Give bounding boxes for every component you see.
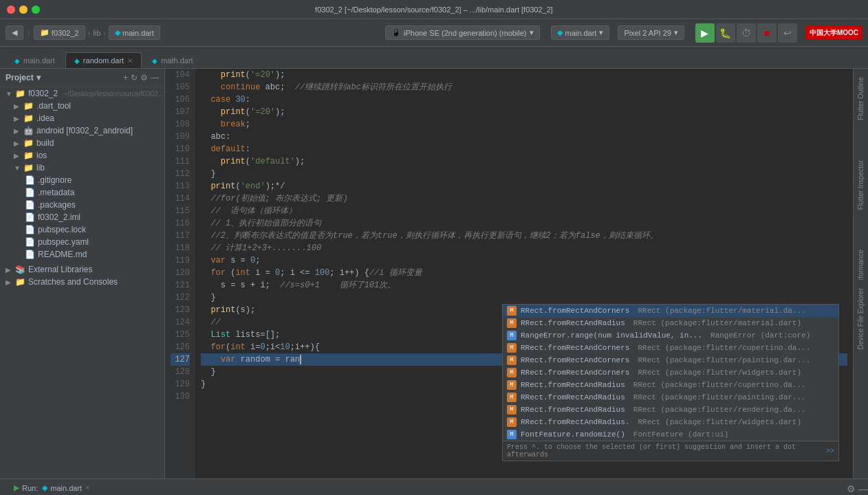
tree-label-metadata: .metadata (38, 188, 74, 197)
tree-item-packages[interactable]: 📄 .packages (0, 199, 164, 211)
code-line-109: abc: (201, 131, 847, 143)
code-line-111: print('default'); (201, 155, 847, 168)
code-line-113: print('end');*/ (201, 180, 847, 192)
flutter-selector[interactable]: ◆ main.dart ▾ (551, 25, 610, 40)
tree-item-build[interactable]: ▶ 📁 build (0, 137, 164, 149)
tree-item-ios[interactable]: ▶ 📁 ios (0, 149, 164, 162)
project-label: f0302_2 (52, 29, 79, 37)
collapse-panel-icon[interactable]: — (858, 483, 868, 494)
code-line-119: var s = 0; (201, 254, 847, 267)
debug-button[interactable]: 🐛 (716, 23, 735, 43)
ac-main-2: RangeError.range(num invalidValue, in... (521, 331, 702, 340)
ac-item-0[interactable]: M RRect.fromRectAndCorners RRect (packag… (503, 305, 838, 317)
ac-item-10[interactable]: M FontFeature.randomize() FontFeature (d… (503, 428, 838, 441)
tab-random-dart[interactable]: ◆ random.dart ✕ (65, 52, 142, 68)
tab-math-dart[interactable]: ◆ math.dart (143, 52, 202, 68)
ac-item-6[interactable]: M RRect.fromRectAndRadius RRect (package… (503, 379, 838, 391)
sync-icon[interactable]: ↻ (131, 73, 138, 82)
device-selector[interactable]: 📱 iPhone SE (2nd generation) (mobile) ▾ (385, 25, 540, 40)
stop-button[interactable]: ■ (757, 23, 777, 43)
profile-button[interactable]: ⏱ (737, 23, 756, 43)
tree-item-metadata[interactable]: 📄 .metadata (0, 186, 164, 199)
folder-icon-idea: 📁 (23, 113, 34, 123)
dart-icon: ◆ (557, 28, 563, 37)
ac-type-9: RRect (package:flutter/widgets.dart) (638, 418, 801, 426)
ac-icon-8: M (507, 405, 517, 415)
run-tab-dart-icon: ◆ (42, 483, 47, 492)
tree-item-idea[interactable]: ▶ 📁 .idea (0, 112, 164, 124)
dart-icon-main: ◆ (14, 57, 20, 65)
ac-item-4[interactable]: M RRect.fromRectAndCorners RRect (packag… (503, 354, 838, 366)
pixel-dropdown-icon: ▾ (674, 28, 678, 37)
ac-item-3[interactable]: M RRect.fromRectAndCorners RRect (packag… (503, 342, 838, 354)
ac-item-2[interactable]: M RangeError.range(num invalidValue, in.… (503, 329, 838, 342)
folder-icon-scratches: 📁 (15, 277, 25, 287)
code-line-105: continue abc; //继续跳转到abc标识符所在位置开始执行 (201, 81, 847, 94)
tree-label-android: android [f0302_2_android] (36, 126, 133, 135)
collapse-icon[interactable]: — (151, 73, 159, 82)
ac-item-5[interactable]: M RRect.fromRectAndCorners RRect (packag… (503, 366, 838, 379)
tree-item-pubspec-lock[interactable]: 📄 pubspec.lock (0, 223, 164, 236)
ac-icon-7: M (507, 393, 517, 402)
file-icon-packages: 📄 (25, 200, 35, 210)
ac-type-4: RRect (package:flutter/painting.dar... (638, 356, 810, 364)
code-line-122: } (201, 292, 847, 304)
file-dart-icon: ◆ (115, 28, 120, 37)
tree-item-external[interactable]: ▶ 📚 External Libraries (0, 263, 164, 276)
settings-gear-icon[interactable]: ⚙ (847, 483, 856, 494)
code-line-120: for (int i = 0; i <= 100; i++) {//i 循环变量 (201, 267, 847, 279)
back-button[interactable]: ◀ (6, 25, 23, 40)
project-selector[interactable]: 📁 f0302_2 (34, 25, 85, 40)
file-icon-pubspec-yaml: 📄 (25, 237, 35, 247)
tree-item-readme[interactable]: 📄 README.md (0, 248, 164, 261)
run-tab-icon: ▶ (14, 483, 19, 492)
tree-item-f0302[interactable]: ▼ 📁 f0302_2 ~/Desktop/lesson/source/f030… (0, 87, 164, 100)
tree-item-lib[interactable]: ▼ 📁 lib (0, 162, 164, 174)
tab-close-random[interactable]: ✕ (127, 57, 133, 65)
flutter-outline-tab[interactable]: Flutter Outline (856, 72, 866, 126)
ac-item-8[interactable]: M RRect.fromRectAndRadius RRect (package… (503, 404, 838, 416)
tree-label-pubspec-yaml: pubspec.yaml (38, 237, 89, 247)
tree-label-pubspec-lock: pubspec.lock (38, 225, 86, 234)
folder-icon-dart: 📁 (23, 101, 34, 111)
tab-main-dart[interactable]: ◆ main.dart (6, 52, 64, 68)
close-button[interactable] (7, 6, 15, 14)
settings-icon[interactable]: ⚙ (140, 73, 148, 82)
sidebar-actions: + ↻ ⚙ — (123, 73, 159, 82)
breadcrumb-sep1: › (88, 29, 91, 37)
run-tab-file: main.dart (50, 484, 82, 492)
project-icon: 📁 (40, 28, 50, 37)
tree-item-android[interactable]: ▶ 🤖 android [f0302_2_android] (0, 124, 164, 137)
minimize-button[interactable] (19, 6, 28, 14)
tree-item-scratches[interactable]: ▶ 📁 Scratches and Consoles (0, 276, 164, 288)
tree-label-lib: lib (36, 163, 45, 173)
file-label: main.dart (122, 29, 154, 37)
folder-icon-ios: 📁 (23, 151, 34, 160)
tree-item-pubspec-yaml[interactable]: 📄 pubspec.yaml (0, 236, 164, 248)
pixel-selector[interactable]: Pixel 2 API 29 ▾ (618, 25, 684, 40)
phone-icon: 📱 (391, 28, 401, 37)
maximize-button[interactable] (32, 6, 40, 14)
flutter-inspector-tab[interactable]: Flutter Inspector (856, 155, 866, 215)
ac-item-9[interactable]: M RRect.fromRectAndRadius. RRect (packag… (503, 416, 838, 428)
device-file-explorer-tab[interactable]: Device File Explorer (856, 283, 866, 355)
tree-item-dart-tool[interactable]: ▶ 📁 .dart_tool (0, 100, 164, 112)
expand-arrow: ▼ (6, 90, 12, 98)
run-tab-close[interactable]: ✕ (85, 484, 90, 492)
run-tab[interactable]: ▶ Run: ◆ main.dart ✕ (6, 481, 98, 495)
add-icon[interactable]: + (123, 73, 128, 82)
run-button[interactable]: ▶ (695, 23, 715, 43)
ac-icon-2: M (507, 331, 517, 340)
tree-item-iml[interactable]: 📄 f0302_2.iml (0, 211, 164, 223)
expand-arrow-scratches: ▶ (6, 278, 12, 286)
file-selector[interactable]: ◆ main.dart (109, 25, 160, 40)
tree-item-gitignore[interactable]: 📄 .gitignore (0, 174, 164, 186)
ac-item-1[interactable]: M RRect.fromRectAndRadius RRect (package… (503, 317, 838, 329)
ac-item-7[interactable]: M RRect.fromRectAndRadius RRect (package… (503, 391, 838, 404)
reload-button[interactable]: ↩ (778, 23, 797, 43)
file-icon-metadata: 📄 (25, 188, 35, 197)
code-line-116: // 1、执行初始值部分的语句 (201, 217, 847, 230)
code-line-107: print('=20'); (201, 106, 847, 118)
ac-main-10: FontFeature.randomize() (521, 430, 625, 439)
code-line-114: //for(初始值; 布尔表达式; 更新) (201, 192, 847, 205)
